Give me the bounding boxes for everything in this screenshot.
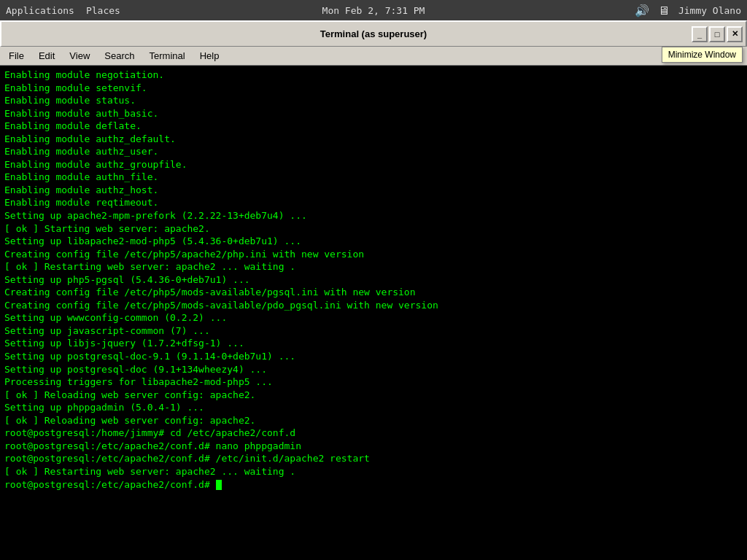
terminal-line: Setting up wwwconfig-common (0.2.2) ... — [4, 311, 743, 324]
close-button[interactable]: ✕ — [727, 26, 743, 42]
minimize-tooltip: Minimize Window — [662, 47, 743, 63]
menu-search[interactable]: Search — [98, 49, 140, 63]
terminal-line: Setting up postgresql-doc-9.1 (9.1.14-0+… — [4, 350, 743, 363]
terminal-line: Enabling module authz_default. — [4, 133, 743, 146]
terminal-cursor — [216, 480, 222, 490]
terminal-line: Setting up postgresql-doc (9.1+134wheezy… — [4, 363, 743, 376]
terminal-line: root@postgresql:/etc/apache2/conf.d# nan… — [4, 440, 743, 453]
terminal-window: Terminal (as superuser) _ □ ✕ Minimize W… — [0, 20, 747, 560]
terminal-line: Enabling module status. — [4, 94, 743, 107]
menu-bar: File Edit View Search Terminal Help — [0, 47, 747, 66]
terminal-line: Enabling module authz_user. — [4, 145, 743, 158]
terminal-line: Enabling module authn_file. — [4, 171, 743, 184]
volume-icon[interactable]: 🔊 — [635, 4, 649, 18]
title-bar-buttons: _ □ ✕ Minimize Window — [692, 26, 743, 42]
menu-help[interactable]: Help — [194, 49, 225, 63]
terminal-line: Enabling module deflate. — [4, 120, 743, 133]
terminal-line: Enabling module setenvif. — [4, 82, 743, 95]
terminal-line: [ ok ] Restarting web server: apache2 ..… — [4, 465, 743, 478]
terminal-line: Creating config file /etc/php5/apache2/p… — [4, 248, 743, 261]
terminal-line: Enabling module auth_basic. — [4, 107, 743, 120]
terminal-line: [ ok ] Reloading web server config: apac… — [4, 414, 743, 427]
window-title: Terminal (as superuser) — [55, 28, 692, 39]
terminal-line: root@postgresql:/home/jimmy# cd /etc/apa… — [4, 427, 743, 440]
terminal-line: root@postgresql:/etc/apache2/conf.d# /et… — [4, 452, 743, 465]
terminal-line: Enabling module reqtimeout. — [4, 196, 743, 209]
terminal-line: Enabling module authz_groupfile. — [4, 158, 743, 171]
terminal-line: Setting up php5-pgsql (5.4.36-0+deb7u1) … — [4, 273, 743, 287]
minimize-button[interactable]: _ — [692, 26, 708, 42]
system-bar: Applications Places Mon Feb 2, 7:31 PM 🔊… — [0, 0, 747, 20]
terminal-line: Enabling module negotiation. — [4, 69, 743, 82]
title-bar: Terminal (as superuser) _ □ ✕ Minimize W… — [0, 20, 747, 47]
applications-menu[interactable]: Applications — [6, 5, 74, 16]
terminal-line: [ ok ] Restarting web server: apache2 ..… — [4, 260, 743, 273]
terminal-line: [ ok ] Starting web server: apache2. — [4, 222, 743, 236]
menu-view[interactable]: View — [63, 49, 96, 63]
places-menu[interactable]: Places — [86, 5, 120, 16]
maximize-button[interactable]: □ — [709, 26, 725, 42]
menu-file[interactable]: File — [3, 49, 30, 63]
terminal-line: Setting up libapache2-mod-php5 (5.4.36-0… — [4, 235, 743, 248]
terminal-line: Setting up apache2-mpm-prefork (2.2.22-1… — [4, 209, 743, 222]
datetime: Mon Feb 2, 7:31 PM — [322, 5, 425, 16]
system-bar-left: Applications Places — [6, 5, 120, 16]
terminal-line: Creating config file /etc/php5/mods-avai… — [4, 286, 743, 299]
terminal-line: Setting up phppgadmin (5.0.4-1) ... — [4, 401, 743, 414]
menu-terminal[interactable]: Terminal — [144, 49, 191, 63]
terminal-line: root@postgresql:/etc/apache2/conf.d# — [4, 478, 743, 491]
network-icon[interactable]: 🖥 — [658, 4, 670, 18]
terminal-line: Creating config file /etc/php5/mods-avai… — [4, 299, 743, 312]
terminal-line: [ ok ] Reloading web server config: apac… — [4, 389, 743, 402]
terminal-line: Setting up libjs-jquery (1.7.2+dfsg-1) .… — [4, 337, 743, 350]
terminal-line: Setting up javascript-common (7) ... — [4, 324, 743, 338]
system-bar-right: 🔊 🖥 Jimmy Olano — [635, 4, 741, 18]
terminal-line: Processing triggers for libapache2-mod-p… — [4, 376, 743, 389]
system-bar-center: Mon Feb 2, 7:31 PM — [322, 5, 425, 16]
terminal-line: Enabling module authz_host. — [4, 184, 743, 197]
user-name: Jimmy Olano — [678, 5, 741, 16]
menu-edit[interactable]: Edit — [33, 49, 61, 63]
terminal-output[interactable]: Enabling module negotiation.Enabling mod… — [0, 66, 747, 560]
